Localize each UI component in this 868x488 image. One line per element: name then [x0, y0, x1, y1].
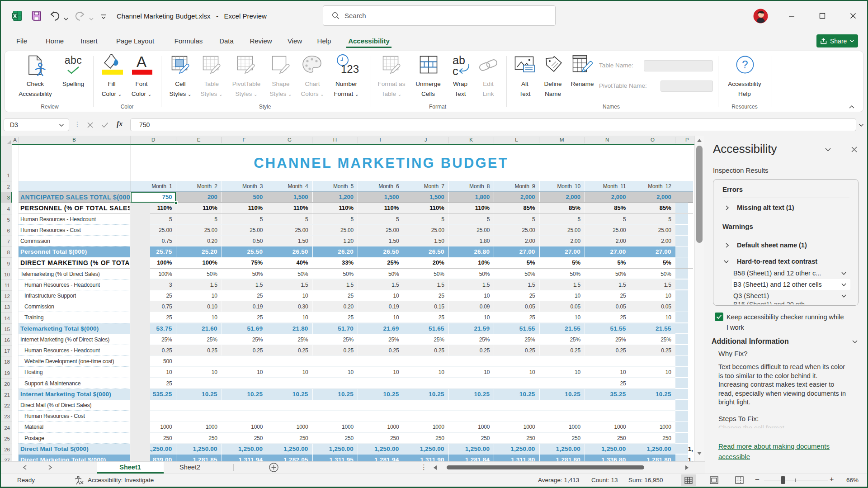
svg-text:?: ?: [742, 58, 748, 71]
svg-text:123: 123: [341, 63, 359, 75]
svg-text:c: c: [453, 65, 458, 76]
